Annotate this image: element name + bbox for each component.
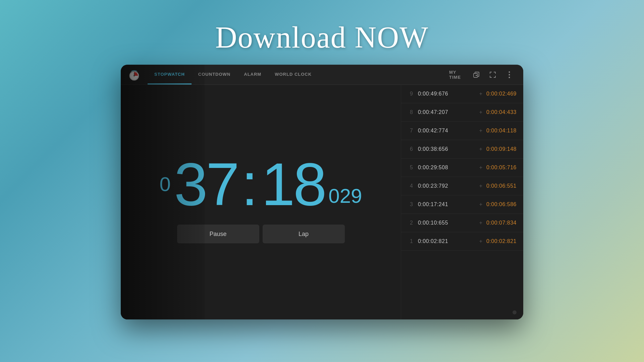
lap-num-4: 4 bbox=[406, 183, 413, 189]
tab-worldclock[interactable]: WORLD CLOCK bbox=[268, 65, 318, 84]
lap-diff-9: 0:00:02:469 bbox=[486, 91, 517, 97]
tab-stopwatch[interactable]: STOPWATCH bbox=[148, 65, 192, 84]
lap-diff-4: 0:00:06:551 bbox=[486, 183, 517, 189]
fullscreen-button[interactable] bbox=[485, 67, 500, 82]
lap-plus-4: + bbox=[479, 183, 482, 189]
nav-bar: STOPWATCH COUNTDOWN ALARM WORLD CLOCK MY… bbox=[121, 65, 523, 85]
lap-num-9: 9 bbox=[406, 91, 413, 97]
stopwatch-display: 0 37 : 18 029 bbox=[121, 154, 401, 215]
lap-num-5: 5 bbox=[406, 165, 413, 171]
tab-countdown[interactable]: COUNTDOWN bbox=[192, 65, 237, 84]
lap-row-3: 3 0:00:17:241 + 0:00:06:586 bbox=[401, 195, 523, 214]
lap-row-4: 4 0:00:23:792 + 0:00:06:551 bbox=[401, 177, 523, 195]
my-time-label[interactable]: MY TIME bbox=[449, 67, 464, 82]
lap-times-panel: 9 0:00:49:676 + 0:00:02:469 8 0:00:47:20… bbox=[401, 85, 523, 319]
lap-time-1: 0:00:02:821 bbox=[418, 238, 475, 244]
lap-row-9: 9 0:00:49:676 + 0:00:02:469 bbox=[401, 85, 523, 103]
lap-plus-1: + bbox=[479, 238, 482, 244]
more-options-button[interactable]: ⋮ bbox=[502, 67, 517, 82]
nav-tabs: STOPWATCH COUNTDOWN ALARM WORLD CLOCK bbox=[148, 65, 449, 84]
lap-row-6: 6 0:00:38:656 + 0:00:09:148 bbox=[401, 140, 523, 159]
lap-num-3: 3 bbox=[406, 201, 413, 207]
lap-time-6: 0:00:38:656 bbox=[418, 146, 475, 152]
stopwatch-panel: 0 37 : 18 029 Pause Lap bbox=[121, 85, 401, 319]
device-mockup: STOPWATCH COUNTDOWN ALARM WORLD CLOCK MY… bbox=[121, 65, 523, 319]
home-button[interactable] bbox=[513, 310, 517, 314]
lap-num-2: 2 bbox=[406, 220, 413, 226]
stopwatch-separator: : bbox=[241, 154, 258, 215]
pause-button[interactable]: Pause bbox=[177, 225, 259, 243]
copy-button[interactable] bbox=[469, 67, 484, 82]
stopwatch-seconds: 18 bbox=[261, 154, 325, 215]
stopwatch-minutes: 37 bbox=[174, 154, 238, 215]
nav-right-controls: MY TIME ⋮ bbox=[449, 67, 517, 82]
lap-diff-5: 0:00:05:716 bbox=[486, 165, 517, 171]
lap-diff-8: 0:00:04:433 bbox=[486, 109, 517, 115]
page-title: Download NOW bbox=[215, 20, 429, 55]
lap-time-8: 0:00:47:207 bbox=[418, 109, 475, 115]
tab-alarm[interactable]: ALARM bbox=[237, 65, 268, 84]
lap-row-8: 8 0:00:47:207 + 0:00:04:433 bbox=[401, 103, 523, 122]
lap-time-9: 0:00:49:676 bbox=[418, 91, 475, 97]
lap-diff-2: 0:00:07:834 bbox=[486, 220, 517, 226]
lap-plus-6: + bbox=[479, 146, 482, 152]
lap-diff-7: 0:00:04:118 bbox=[486, 128, 517, 134]
lap-plus-8: + bbox=[479, 109, 482, 115]
lap-diff-3: 0:00:06:586 bbox=[486, 201, 517, 207]
stopwatch-superscript: 0 bbox=[160, 174, 171, 194]
lap-row-7: 7 0:00:42:774 + 0:00:04:118 bbox=[401, 122, 523, 140]
lap-diff-1: 0:00:02:821 bbox=[486, 238, 517, 244]
lap-plus-7: + bbox=[479, 128, 482, 134]
lap-plus-5: + bbox=[479, 165, 482, 171]
lap-row-1: 1 0:00:02:821 + 0:00:02:821 bbox=[401, 232, 523, 251]
lap-num-8: 8 bbox=[406, 109, 413, 115]
lap-time-5: 0:00:29:508 bbox=[418, 165, 475, 171]
lap-button[interactable]: Lap bbox=[263, 225, 345, 243]
lap-plus-3: + bbox=[479, 201, 482, 207]
lap-plus-9: + bbox=[479, 91, 482, 97]
lap-row-2: 2 0:00:10:655 + 0:00:07:834 bbox=[401, 214, 523, 232]
app-icon[interactable] bbox=[127, 68, 141, 81]
lap-time-7: 0:00:42:774 bbox=[418, 128, 475, 134]
lap-num-7: 7 bbox=[406, 128, 413, 134]
lap-time-2: 0:00:10:655 bbox=[418, 220, 475, 226]
lap-time-3: 0:00:17:241 bbox=[418, 201, 475, 207]
control-buttons: Pause Lap bbox=[177, 225, 345, 243]
lap-plus-2: + bbox=[479, 220, 482, 226]
lap-time-4: 0:00:23:792 bbox=[418, 183, 475, 189]
lap-row-5: 5 0:00:29:508 + 0:00:05:716 bbox=[401, 159, 523, 177]
lap-num-1: 1 bbox=[406, 238, 413, 244]
lap-num-6: 6 bbox=[406, 146, 413, 152]
main-content: 0 37 : 18 029 Pause Lap 9 0:00:49:676 + … bbox=[121, 85, 523, 319]
stopwatch-milliseconds: 029 bbox=[328, 186, 362, 215]
lap-diff-6: 0:00:09:148 bbox=[486, 146, 517, 152]
